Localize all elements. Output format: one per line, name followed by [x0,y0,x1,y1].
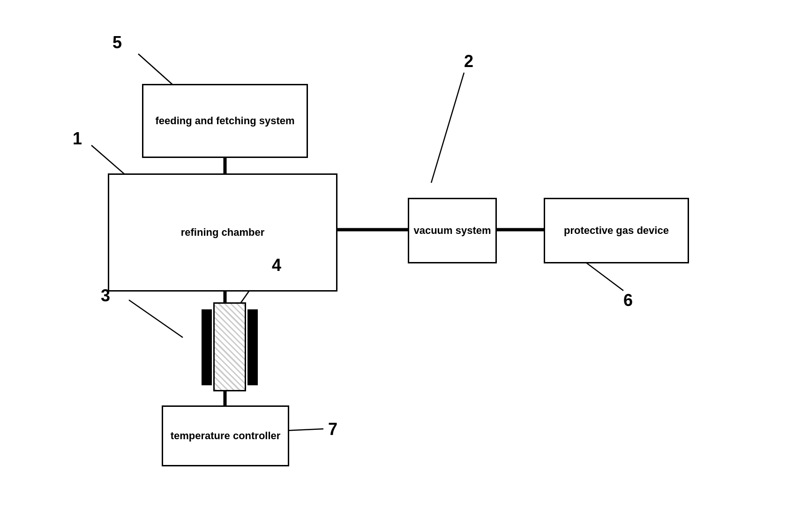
protective-label: protective gas device [564,224,669,238]
tube-right-wall [247,309,258,385]
svg-line-10 [586,262,623,291]
protective-box: protective gas device [544,198,689,263]
diagram-container: feeding and fetching system refining cha… [0,0,794,532]
label-7: 7 [328,420,337,439]
feeding-label: feeding and fetching system [155,114,294,128]
refining-box: refining chamber [108,173,337,292]
heating-element [213,302,246,391]
label-2: 2 [464,52,473,71]
temperature-box: temperature controller [162,405,289,466]
svg-line-8 [129,300,183,337]
svg-line-7 [431,73,464,183]
refining-label: refining chamber [181,226,264,240]
vacuum-label: vacuum system [413,224,491,238]
tube-left-wall [202,309,212,385]
label-5: 5 [112,33,122,52]
temperature-label: temperature controller [171,429,281,443]
feeding-box: feeding and fetching system [142,84,308,158]
label-3: 3 [101,286,110,306]
label-4: 4 [272,255,281,275]
vacuum-box: vacuum system [408,198,497,263]
label-1: 1 [73,129,82,149]
label-6: 6 [623,291,633,310]
